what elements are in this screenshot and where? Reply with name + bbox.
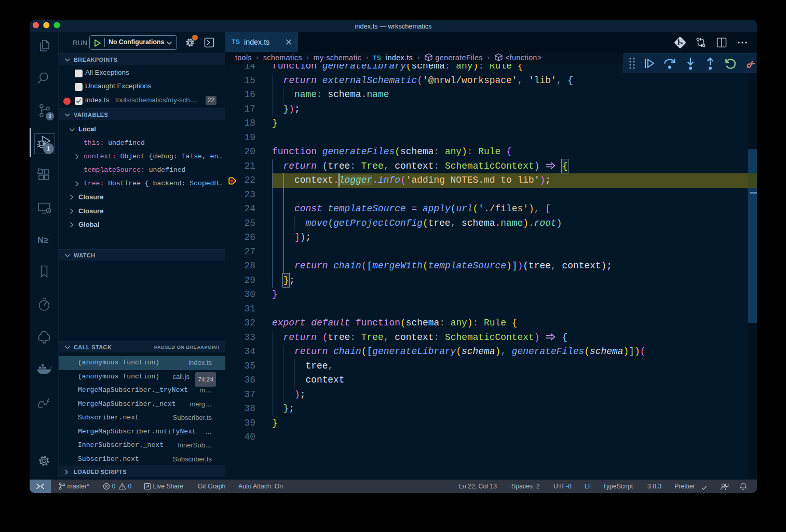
svg-text:N≥: N≥ bbox=[37, 235, 48, 244]
